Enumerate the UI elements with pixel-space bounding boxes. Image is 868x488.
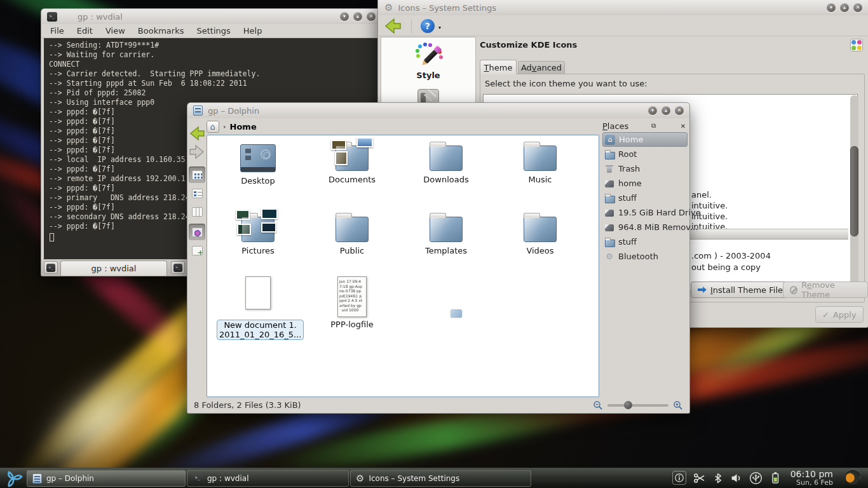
- sidebar-item-style[interactable]: Style: [414, 43, 443, 80]
- menu-settings[interactable]: Settings: [196, 26, 230, 36]
- close-panel-icon[interactable]: ✕: [679, 123, 688, 130]
- notifications-tray-icon[interactable]: [672, 471, 686, 485]
- place-item-root[interactable]: Root: [602, 147, 688, 161]
- scrollbar-handle[interactable]: [850, 146, 858, 236]
- close-button[interactable]: ✕: [367, 12, 376, 21]
- sidebar-item-label: Style: [414, 71, 443, 80]
- place-item-stuff[interactable]: stuff: [602, 191, 688, 205]
- maximize-button[interactable]: ▴: [353, 12, 362, 21]
- status-text: 8 Folders, 2 Files (3.3 KiB): [194, 400, 301, 410]
- zoom-slider-knob[interactable]: [624, 401, 632, 409]
- minimize-button[interactable]: ▾: [827, 3, 836, 12]
- folder-label: Documents: [311, 175, 393, 184]
- chevron-down-icon: ▾: [438, 21, 441, 35]
- file-item-selected[interactable]: New document 1.2011_01_20_16_5...: [217, 276, 299, 340]
- folder-label: Templates: [405, 246, 487, 255]
- detach-panel-icon[interactable]: ⧉: [649, 122, 658, 130]
- system-settings-titlebar[interactable]: ⚙ Icons – System Settings ▾ ▴ ✕: [378, 0, 868, 15]
- zoom-out-icon[interactable]: [593, 400, 603, 410]
- place-item-trash[interactable]: Trash: [602, 161, 688, 176]
- preview-button[interactable]: [189, 224, 205, 240]
- taskbar-task-dolphin[interactable]: gp – Dolphin: [27, 470, 186, 487]
- folder-item[interactable]: Documents: [311, 140, 393, 184]
- drive-icon: [604, 179, 614, 189]
- panel-toolbox-icon[interactable]: [845, 470, 860, 485]
- clipboard-scissors-icon[interactable]: [693, 472, 705, 484]
- folder-label: Public: [311, 246, 393, 255]
- apply-button[interactable]: ✓ Apply: [815, 306, 864, 323]
- maximize-button[interactable]: ▴: [661, 106, 670, 115]
- place-item-removable[interactable]: 964.8 MiB Remov...: [602, 220, 688, 234]
- zoom-slider[interactable]: [607, 404, 668, 407]
- details-view-button[interactable]: [189, 185, 205, 201]
- check-icon: ✓: [822, 310, 829, 320]
- menu-file[interactable]: File: [50, 26, 64, 36]
- terminal-tab[interactable]: gp : wvdial: [60, 261, 167, 276]
- theme-description-text: .com ) - 2003-2004: [691, 251, 771, 261]
- maximize-button[interactable]: ▴: [840, 3, 849, 12]
- place-item-home[interactable]: ⌂ Home: [602, 132, 688, 147]
- pictures-folder-icon: [241, 217, 275, 242]
- file-view[interactable]: Desktop Documents Downloads Music: [207, 135, 599, 397]
- menu-edit[interactable]: Edit: [77, 26, 93, 36]
- breadcrumb-home[interactable]: Home: [230, 122, 257, 132]
- place-item-bluetooth[interactable]: ⚙ Bluetooth: [602, 249, 688, 264]
- folder-item[interactable]: Downloads: [405, 140, 487, 184]
- folder-icon: [604, 237, 614, 247]
- folder-label: Music: [499, 175, 581, 184]
- remove-theme-button[interactable]: Remove Theme: [783, 281, 868, 298]
- place-item-stuff-2[interactable]: stuff: [602, 234, 688, 249]
- home-icon[interactable]: ⌂: [207, 121, 219, 133]
- icons-view-button[interactable]: [189, 166, 205, 183]
- tab-list-button[interactable]: >_: [171, 261, 185, 274]
- minimize-button[interactable]: ▾: [340, 12, 349, 21]
- split-view-button[interactable]: +: [189, 242, 205, 259]
- home-icon: ⌂: [605, 135, 615, 145]
- menu-view[interactable]: View: [105, 26, 125, 36]
- clock-time: 06:10 pm: [790, 470, 833, 479]
- tab-advanced[interactable]: Advanced: [518, 61, 565, 74]
- launcher-menu-icon[interactable]: [4, 470, 23, 487]
- forward-button[interactable]: [189, 144, 205, 160]
- folder-item[interactable]: Public: [311, 212, 393, 255]
- folder-item[interactable]: Templates: [405, 212, 487, 255]
- document-file-icon: [245, 276, 271, 309]
- tab-theme[interactable]: Theme: [480, 60, 517, 74]
- folder-item[interactable]: Desktop: [217, 140, 299, 186]
- place-item-hard-drive[interactable]: 19.5 GiB Hard Drive: [602, 205, 688, 220]
- clock[interactable]: 06:10 pm Sun, 6 Feb: [788, 470, 833, 486]
- zoom-in-icon[interactable]: [673, 400, 683, 410]
- palette-icon: [850, 39, 863, 51]
- back-button[interactable]: [189, 125, 205, 142]
- dolphin-statusbar: 8 Folders, 2 Files (3.3 KiB): [187, 397, 689, 413]
- terminal-titlebar[interactable]: >_ gp : wvdial ▾ ▴ ✕: [41, 9, 381, 24]
- dolphin-window: gp – Dolphin ▾ ▴ ✕ ⌂ › Home: [187, 103, 689, 413]
- place-item-home-drive[interactable]: home: [602, 176, 688, 191]
- bluetooth-icon[interactable]: [712, 472, 723, 484]
- breadcrumb-separator: ›: [223, 123, 226, 131]
- taskbar-task-system-settings[interactable]: ⚙ Icons – System Settings: [350, 470, 531, 487]
- clock-date: Sun, 6 Feb: [790, 479, 833, 487]
- page-title: Customize KDE Icons: [480, 40, 577, 50]
- usb-device-icon[interactable]: [749, 471, 763, 485]
- minimize-button[interactable]: ▾: [648, 106, 657, 115]
- folder-item[interactable]: Videos: [499, 212, 581, 255]
- gear-icon: ⚙: [356, 473, 364, 484]
- help-icon[interactable]: ?▾: [421, 19, 435, 33]
- folder-item[interactable]: Pictures: [217, 212, 299, 255]
- battery-icon[interactable]: [770, 471, 781, 484]
- menu-bookmarks[interactable]: Bookmarks: [138, 26, 184, 36]
- back-arrow-icon[interactable]: [383, 18, 402, 34]
- close-button[interactable]: ✕: [853, 3, 862, 12]
- folder-item[interactable]: Music: [499, 140, 581, 184]
- file-item[interactable]: Jan 17 09:4 7:18 gp-Asp ire-5738 pp pd[1…: [311, 276, 393, 329]
- volume-icon[interactable]: [730, 472, 742, 484]
- taskbar-task-terminal[interactable]: >_ gp : wvdial: [187, 470, 349, 487]
- theme-description-text: out being a copy: [691, 262, 761, 272]
- menu-help[interactable]: Help: [243, 26, 262, 36]
- new-tab-button[interactable]: >_: [44, 261, 58, 274]
- dolphin-titlebar[interactable]: gp – Dolphin ▾ ▴ ✕: [187, 103, 689, 118]
- install-theme-button[interactable]: Install Theme File...: [691, 281, 797, 298]
- close-button[interactable]: ✕: [675, 106, 684, 115]
- columns-view-button[interactable]: [189, 203, 205, 220]
